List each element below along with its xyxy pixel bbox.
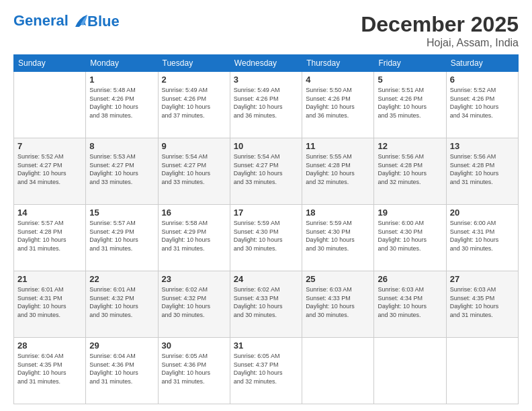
calendar-cell: 20Sunrise: 6:00 AM Sunset: 4:31 PM Dayli…	[446, 205, 518, 271]
day-info: Sunrise: 6:02 AM Sunset: 4:32 PM Dayligh…	[162, 285, 226, 319]
calendar-cell: 12Sunrise: 5:56 AM Sunset: 4:28 PM Dayli…	[374, 138, 446, 205]
day-info: Sunrise: 6:05 AM Sunset: 4:36 PM Dayligh…	[162, 352, 226, 385]
calendar-cell: 10Sunrise: 5:54 AM Sunset: 4:27 PM Dayli…	[230, 138, 302, 205]
calendar-cell: 22Sunrise: 6:01 AM Sunset: 4:32 PM Dayli…	[86, 271, 158, 338]
calendar-cell: 27Sunrise: 6:03 AM Sunset: 4:35 PM Dayli…	[446, 271, 518, 338]
header: General Blue December 2025 Hojai, Assam,…	[13, 12, 519, 49]
col-sunday: Sunday	[14, 55, 86, 72]
day-info: Sunrise: 6:03 AM Sunset: 4:33 PM Dayligh…	[306, 285, 370, 319]
calendar-week-row: 28Sunrise: 6:04 AM Sunset: 4:35 PM Dayli…	[14, 338, 519, 404]
day-info: Sunrise: 5:58 AM Sunset: 4:29 PM Dayligh…	[162, 219, 226, 253]
day-info: Sunrise: 5:49 AM Sunset: 4:26 PM Dayligh…	[162, 86, 226, 120]
calendar-cell: 3Sunrise: 5:49 AM Sunset: 4:26 PM Daylig…	[230, 72, 302, 138]
day-number: 21	[17, 274, 82, 284]
month-year-title: December 2025	[361, 12, 519, 37]
calendar-table: Sunday Monday Tuesday Wednesday Thursday…	[13, 54, 519, 404]
day-number: 20	[450, 208, 515, 218]
day-info: Sunrise: 6:00 AM Sunset: 4:31 PM Dayligh…	[450, 219, 515, 253]
calendar-cell	[374, 338, 446, 404]
logo: General Blue	[13, 12, 120, 31]
day-info: Sunrise: 6:04 AM Sunset: 4:35 PM Dayligh…	[17, 352, 82, 385]
calendar-cell: 23Sunrise: 6:02 AM Sunset: 4:32 PM Dayli…	[158, 271, 230, 338]
day-number: 19	[378, 208, 442, 218]
calendar-cell: 15Sunrise: 5:57 AM Sunset: 4:29 PM Dayli…	[86, 205, 158, 271]
calendar-cell: 5Sunrise: 5:51 AM Sunset: 4:26 PM Daylig…	[374, 72, 446, 138]
calendar-cell	[446, 338, 518, 404]
page: General Blue December 2025 Hojai, Assam,…	[0, 0, 532, 411]
day-number: 27	[450, 274, 515, 284]
day-info: Sunrise: 5:53 AM Sunset: 4:27 PM Dayligh…	[89, 152, 154, 186]
day-number: 29	[89, 340, 154, 351]
day-number: 23	[162, 274, 226, 284]
day-number: 28	[17, 340, 82, 351]
day-number: 2	[162, 75, 226, 85]
day-info: Sunrise: 6:02 AM Sunset: 4:33 PM Dayligh…	[234, 285, 298, 319]
calendar-week-row: 7Sunrise: 5:52 AM Sunset: 4:27 PM Daylig…	[14, 138, 519, 205]
day-info: Sunrise: 5:52 AM Sunset: 4:26 PM Dayligh…	[450, 86, 515, 120]
day-number: 14	[17, 208, 82, 218]
day-number: 31	[234, 340, 298, 351]
calendar-cell: 4Sunrise: 5:50 AM Sunset: 4:26 PM Daylig…	[302, 72, 374, 138]
day-info: Sunrise: 5:48 AM Sunset: 4:26 PM Dayligh…	[89, 86, 154, 120]
calendar-week-row: 21Sunrise: 6:01 AM Sunset: 4:31 PM Dayli…	[14, 271, 519, 338]
calendar-cell: 17Sunrise: 5:59 AM Sunset: 4:30 PM Dayli…	[230, 205, 302, 271]
calendar-cell: 16Sunrise: 5:58 AM Sunset: 4:29 PM Dayli…	[158, 205, 230, 271]
day-info: Sunrise: 5:55 AM Sunset: 4:28 PM Dayligh…	[306, 152, 370, 186]
calendar-header-row: Sunday Monday Tuesday Wednesday Thursday…	[14, 55, 519, 72]
calendar-cell: 9Sunrise: 5:54 AM Sunset: 4:27 PM Daylig…	[158, 138, 230, 205]
calendar-cell	[14, 72, 86, 138]
day-info: Sunrise: 5:49 AM Sunset: 4:26 PM Dayligh…	[234, 86, 298, 120]
title-block: December 2025 Hojai, Assam, India	[361, 12, 519, 49]
day-number: 17	[234, 208, 298, 218]
day-info: Sunrise: 6:03 AM Sunset: 4:34 PM Dayligh…	[378, 285, 442, 319]
calendar-week-row: 1Sunrise: 5:48 AM Sunset: 4:26 PM Daylig…	[14, 72, 519, 138]
day-info: Sunrise: 6:03 AM Sunset: 4:35 PM Dayligh…	[450, 285, 515, 319]
day-info: Sunrise: 5:54 AM Sunset: 4:27 PM Dayligh…	[234, 152, 298, 186]
calendar-cell: 14Sunrise: 5:57 AM Sunset: 4:28 PM Dayli…	[14, 205, 86, 271]
day-info: Sunrise: 5:59 AM Sunset: 4:30 PM Dayligh…	[234, 219, 298, 253]
calendar-cell: 19Sunrise: 6:00 AM Sunset: 4:30 PM Dayli…	[374, 205, 446, 271]
calendar-cell	[302, 338, 374, 404]
calendar-cell: 2Sunrise: 5:49 AM Sunset: 4:26 PM Daylig…	[158, 72, 230, 138]
calendar-cell: 1Sunrise: 5:48 AM Sunset: 4:26 PM Daylig…	[86, 72, 158, 138]
calendar-cell: 13Sunrise: 5:56 AM Sunset: 4:28 PM Dayli…	[446, 138, 518, 205]
day-number: 12	[378, 141, 442, 151]
day-number: 8	[89, 141, 154, 151]
col-wednesday: Wednesday	[230, 55, 302, 72]
day-info: Sunrise: 5:50 AM Sunset: 4:26 PM Dayligh…	[306, 86, 370, 120]
day-info: Sunrise: 5:57 AM Sunset: 4:29 PM Dayligh…	[89, 219, 154, 253]
calendar-week-row: 14Sunrise: 5:57 AM Sunset: 4:28 PM Dayli…	[14, 205, 519, 271]
day-info: Sunrise: 5:56 AM Sunset: 4:28 PM Dayligh…	[450, 152, 515, 186]
day-info: Sunrise: 5:54 AM Sunset: 4:27 PM Dayligh…	[162, 152, 226, 186]
day-info: Sunrise: 5:56 AM Sunset: 4:28 PM Dayligh…	[378, 152, 442, 186]
day-info: Sunrise: 5:59 AM Sunset: 4:30 PM Dayligh…	[306, 219, 370, 253]
day-number: 30	[162, 340, 226, 351]
day-number: 22	[89, 274, 154, 284]
day-number: 5	[378, 75, 442, 85]
day-number: 13	[450, 141, 515, 151]
col-monday: Monday	[86, 55, 158, 72]
day-number: 15	[89, 208, 154, 218]
day-number: 18	[306, 208, 370, 218]
day-info: Sunrise: 5:51 AM Sunset: 4:26 PM Dayligh…	[378, 86, 442, 120]
col-friday: Friday	[374, 55, 446, 72]
col-saturday: Saturday	[446, 55, 518, 72]
col-thursday: Thursday	[302, 55, 374, 72]
day-number: 25	[306, 274, 370, 284]
day-number: 9	[162, 141, 226, 151]
col-tuesday: Tuesday	[158, 55, 230, 72]
day-info: Sunrise: 6:01 AM Sunset: 4:32 PM Dayligh…	[89, 285, 154, 319]
calendar-cell: 6Sunrise: 5:52 AM Sunset: 4:26 PM Daylig…	[446, 72, 518, 138]
day-info: Sunrise: 6:05 AM Sunset: 4:37 PM Dayligh…	[234, 352, 298, 385]
day-number: 3	[234, 75, 298, 85]
day-number: 26	[378, 274, 442, 284]
calendar-cell: 24Sunrise: 6:02 AM Sunset: 4:33 PM Dayli…	[230, 271, 302, 338]
calendar-cell: 7Sunrise: 5:52 AM Sunset: 4:27 PM Daylig…	[14, 138, 86, 205]
day-number: 24	[234, 274, 298, 284]
day-info: Sunrise: 6:00 AM Sunset: 4:30 PM Dayligh…	[378, 219, 442, 253]
day-info: Sunrise: 5:57 AM Sunset: 4:28 PM Dayligh…	[17, 219, 82, 253]
calendar-cell: 28Sunrise: 6:04 AM Sunset: 4:35 PM Dayli…	[14, 338, 86, 404]
logo-general: General	[13, 12, 69, 29]
calendar-cell: 11Sunrise: 5:55 AM Sunset: 4:28 PM Dayli…	[302, 138, 374, 205]
day-number: 11	[306, 141, 370, 151]
